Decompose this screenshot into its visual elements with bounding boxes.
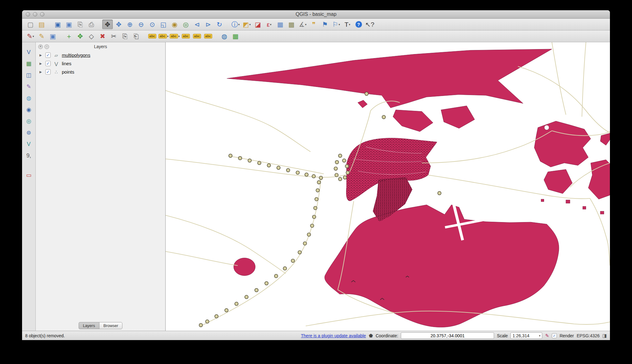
plugin-update-link[interactable]: There is a plugin update available	[301, 333, 366, 338]
map-tips-button[interactable]: ❞	[309, 20, 319, 29]
labeling-button[interactable]: abc	[147, 31, 158, 41]
close-button[interactable]	[26, 12, 30, 16]
coordinate-input[interactable]	[401, 332, 494, 339]
expander-icon[interactable]: ▶	[39, 62, 43, 65]
zoom-out-button[interactable]: ⊖	[136, 20, 146, 29]
add-wms-layer-button[interactable]: ◎	[24, 117, 34, 125]
zoom-full-button[interactable]: ◱	[158, 20, 169, 29]
label-move-button[interactable]: abc	[181, 31, 191, 41]
expression-select-button[interactable]: ε▾	[264, 20, 274, 29]
expander-icon[interactable]: ▶	[39, 70, 43, 74]
layer-label[interactable]: points	[62, 69, 74, 75]
new-bookmark-button[interactable]: ⚑	[320, 20, 330, 29]
zoom-to-layer-button[interactable]: ◎	[181, 20, 191, 29]
osm-styles-button[interactable]: ▦	[230, 31, 241, 41]
scale-dropdown-caret[interactable]: ▾	[539, 334, 541, 337]
scale-combo[interactable]: 1:26,314 ▾	[511, 332, 542, 339]
move-feature-button[interactable]: ✥	[75, 31, 85, 41]
save-project-button[interactable]: ▣	[53, 20, 63, 29]
text-annotation-button[interactable]: T▾	[342, 20, 353, 29]
delete-selected-button[interactable]: ✖	[97, 31, 108, 41]
minimize-button[interactable]	[33, 12, 37, 16]
identify-features-dropdown-caret[interactable]: ▾	[238, 23, 240, 26]
panel-tab-browser[interactable]: Browser	[99, 322, 123, 329]
new-project-button[interactable]: ▢	[25, 20, 36, 29]
layer-label[interactable]: multipolygons	[62, 52, 90, 58]
layer-item-multipolygons[interactable]: ▶✓▱multipolygons	[36, 51, 165, 59]
layer-item-points[interactable]: ▶✓∴points	[36, 68, 165, 76]
layer-item-lines[interactable]: ▶✓⋁lines	[36, 59, 165, 68]
toolbar-separator	[142, 30, 146, 42]
pan-map-button[interactable]: ✥	[102, 20, 113, 29]
show-bookmarks-dropdown-caret[interactable]: ▾	[339, 23, 340, 26]
show-bookmarks-button[interactable]: ⚐▾	[331, 20, 341, 29]
label-highlight-button[interactable]: abc▾	[169, 31, 180, 41]
panel-undock-icon[interactable]: ◦	[44, 44, 49, 49]
select-features-dropdown-caret[interactable]: ▾	[249, 23, 251, 26]
deselect-features-button[interactable]: ◪	[253, 20, 263, 29]
field-calculator-button[interactable]: ▩	[286, 20, 297, 29]
open-project-button[interactable]: ▤	[36, 20, 47, 29]
identify-features-button[interactable]: ⓘ▾	[230, 20, 241, 29]
current-edits-button[interactable]: ✎▾	[25, 31, 36, 41]
label-rotate-button[interactable]: abc	[192, 31, 202, 41]
expression-select-dropdown-caret[interactable]: ▾	[270, 23, 272, 26]
plugin-icon[interactable]: ⬟	[369, 333, 373, 338]
paste-features-button[interactable]: ⎗	[131, 31, 141, 41]
panel-tab-layers[interactable]: Layers	[79, 322, 99, 329]
identify-features-icon: ⓘ	[231, 21, 238, 28]
add-wfs-layer-button[interactable]: V	[24, 140, 34, 148]
cut-features-button[interactable]: ✂	[108, 31, 119, 41]
panel-close-icon[interactable]: ×	[38, 44, 43, 49]
label-move-icon: abc	[182, 34, 190, 39]
save-project-icon: ▣	[55, 21, 61, 28]
remove-annotation-button[interactable]: ▭	[24, 171, 34, 180]
label-pin-button[interactable]: abc▾	[158, 31, 169, 41]
add-feature-button[interactable]: ＋	[64, 31, 74, 41]
measure-button[interactable]: ∡▾	[297, 20, 308, 29]
save-as-image-button[interactable]: ⎘	[75, 20, 85, 29]
openstreetmap-download-button[interactable]: ◍	[219, 31, 230, 41]
pan-to-selection-button[interactable]: ✥	[113, 20, 124, 29]
layer-checkbox[interactable]: ✓	[45, 52, 51, 58]
zoom-next-button[interactable]: ⊳	[203, 20, 213, 29]
zoom-button[interactable]	[40, 12, 44, 16]
add-vector-layer-button[interactable]: V	[24, 48, 34, 57]
render-checkbox[interactable]: ✓	[552, 333, 557, 338]
layer-checkbox[interactable]: ✓	[45, 61, 51, 66]
measure-dropdown-caret[interactable]: ▾	[305, 23, 307, 26]
add-delimited-text-layer-button[interactable]: 9,	[24, 151, 34, 160]
expander-icon[interactable]: ▶	[39, 53, 43, 57]
render-options-icon[interactable]: ✎	[545, 333, 549, 338]
add-wcs-layer-button[interactable]: ⊚	[24, 128, 34, 137]
add-raster-layer-button[interactable]: ▦	[24, 59, 34, 68]
save-project-as-button[interactable]: ▣	[64, 20, 74, 29]
node-tool-button[interactable]: ◇	[86, 31, 97, 41]
copy-features-button[interactable]: ⎘	[120, 31, 130, 41]
toggle-editing-button[interactable]: ✎	[36, 31, 47, 41]
refresh-button[interactable]: ↻	[214, 20, 225, 29]
whats-this-button[interactable]: ↖?	[364, 20, 375, 29]
current-edits-dropdown-caret[interactable]: ▾	[33, 35, 34, 38]
label-pin-dropdown-caret[interactable]: ▾	[167, 35, 169, 38]
crs-status-icon[interactable]: ◨	[602, 333, 607, 338]
print-composer-button[interactable]: ⎙	[86, 20, 97, 29]
save-layer-edits-button[interactable]: ▣	[48, 31, 58, 41]
zoom-to-selection-button[interactable]: ◉	[169, 20, 180, 29]
zoom-last-button[interactable]: ⊲	[192, 20, 202, 29]
add-mssql-layer-button[interactable]: ◉	[24, 105, 34, 114]
help-button[interactable]: ?	[353, 20, 364, 29]
layer-checkbox[interactable]: ✓	[45, 69, 51, 75]
map-canvas[interactable]	[166, 42, 610, 331]
label-highlight-dropdown-caret[interactable]: ▾	[178, 35, 180, 38]
label-change-button[interactable]: abc	[203, 31, 213, 41]
zoom-native-button[interactable]: ⊙	[147, 20, 158, 29]
text-annotation-dropdown-caret[interactable]: ▾	[349, 23, 350, 26]
add-postgis-layer-button[interactable]: ◫	[24, 71, 34, 80]
new-shapefile-layer-button[interactable]: ✎	[24, 82, 34, 91]
layer-label[interactable]: lines	[62, 61, 71, 66]
zoom-in-button[interactable]: ⊕	[125, 20, 135, 29]
open-attribute-table-button[interactable]: ▦	[275, 20, 286, 29]
select-features-button[interactable]: ◩▾	[241, 20, 252, 29]
add-spatialite-layer-button[interactable]: ◍	[24, 94, 34, 102]
